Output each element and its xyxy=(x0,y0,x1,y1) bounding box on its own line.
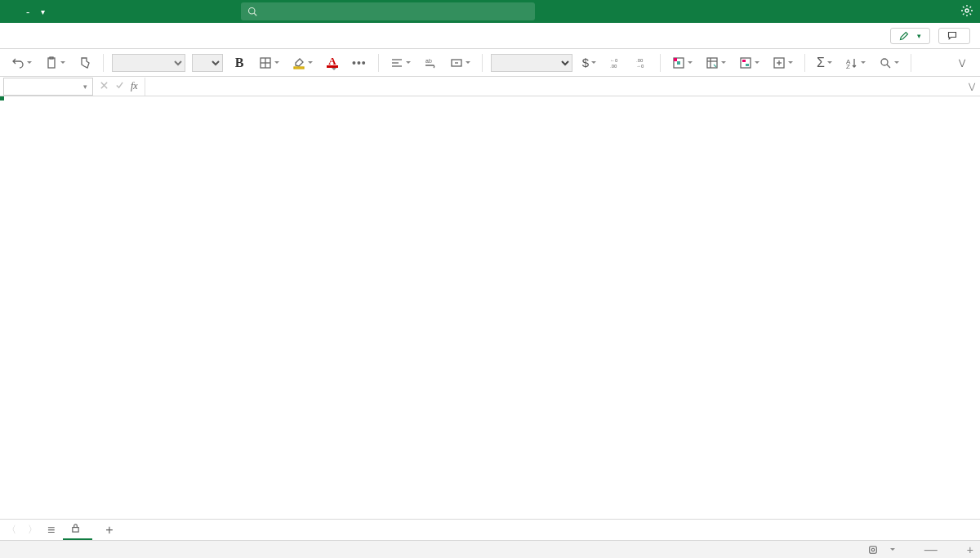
status-bar: — + xyxy=(0,540,980,558)
svg-rect-20 xyxy=(674,58,677,61)
svg-rect-3 xyxy=(48,58,55,68)
svg-rect-8 xyxy=(294,67,304,69)
name-box[interactable]: ▾ xyxy=(3,78,93,96)
undo-button[interactable] xyxy=(8,53,35,73)
expand-formula-bar-button[interactable]: ⋁ xyxy=(964,82,980,91)
svg-rect-27 xyxy=(746,64,749,66)
svg-text:←0: ←0 xyxy=(610,58,618,63)
comment-icon xyxy=(947,31,957,41)
ribbon-collapse-button[interactable]: ⋁ xyxy=(952,53,972,73)
sheet-tabs: 〈 〉 ≡ + xyxy=(0,519,980,540)
zoom-in-button[interactable]: + xyxy=(967,543,973,556)
fill-color-button[interactable] xyxy=(289,53,316,73)
increase-decimal-button[interactable]: ←0.00 xyxy=(606,53,626,73)
font-name-select[interactable] xyxy=(112,54,185,72)
chevron-down-icon: ▾ xyxy=(41,7,45,16)
decrease-decimal-button[interactable]: .00→0 xyxy=(632,53,652,73)
svg-point-33 xyxy=(881,59,888,65)
formula-row: ▾ fx ⋁ xyxy=(0,77,980,96)
format-table-button[interactable] xyxy=(702,53,729,73)
more-font-button[interactable]: ••• xyxy=(349,53,370,73)
number-format-select[interactable] xyxy=(491,54,572,72)
svg-text:ab: ab xyxy=(425,58,432,64)
svg-text:→0: →0 xyxy=(636,64,644,69)
grid-area[interactable] xyxy=(0,96,980,519)
bold-button[interactable]: B xyxy=(229,53,249,73)
addins-status[interactable] xyxy=(868,545,895,555)
svg-line-1 xyxy=(255,13,257,16)
svg-rect-21 xyxy=(677,61,680,65)
search-wrap xyxy=(241,2,535,20)
wrap-text-button[interactable]: ab xyxy=(421,53,440,73)
currency-button[interactable]: $ xyxy=(579,53,599,73)
svg-line-34 xyxy=(887,65,890,68)
chevron-down-icon: ▾ xyxy=(83,83,87,91)
addins-icon xyxy=(868,545,878,555)
svg-point-2 xyxy=(965,9,969,12)
zoom-out-button[interactable]: — xyxy=(924,542,938,557)
lock-icon xyxy=(71,524,80,535)
editing-mode-button[interactable]: ▾ xyxy=(890,28,930,44)
svg-text:.00: .00 xyxy=(636,58,644,63)
svg-rect-25 xyxy=(741,58,751,68)
sheet-tab-data[interactable] xyxy=(63,520,92,540)
borders-button[interactable] xyxy=(256,53,283,73)
search-input[interactable] xyxy=(241,2,535,20)
formula-bar[interactable] xyxy=(145,78,964,96)
sort-filter-button[interactable]: AZ xyxy=(842,53,869,73)
search-icon xyxy=(247,7,257,16)
pencil-icon xyxy=(899,31,909,41)
menu-bar: ▾ xyxy=(0,23,980,49)
align-button[interactable] xyxy=(387,53,414,73)
sheet-nav-next[interactable]: 〉 xyxy=(26,523,39,537)
svg-rect-26 xyxy=(742,60,746,62)
svg-point-0 xyxy=(249,8,256,15)
paste-button[interactable] xyxy=(42,53,69,73)
svg-text:Z: Z xyxy=(846,63,850,69)
title-bar: - ▾ xyxy=(0,0,980,23)
insert-cells-button[interactable] xyxy=(769,53,796,73)
doc-title[interactable]: - ▾ xyxy=(20,6,45,18)
svg-point-39 xyxy=(871,548,874,551)
cell-styles-button[interactable] xyxy=(736,53,763,73)
fx-icon[interactable]: fx xyxy=(131,80,138,92)
svg-rect-37 xyxy=(73,527,78,532)
cond-format-button[interactable] xyxy=(669,53,696,73)
autosum-button[interactable]: Σ xyxy=(813,53,835,73)
svg-text:.00: .00 xyxy=(610,64,617,69)
format-painter-button[interactable] xyxy=(75,53,95,73)
enter-formula-icon[interactable] xyxy=(115,81,124,92)
merge-button[interactable] xyxy=(447,53,474,73)
add-sheet-button[interactable]: + xyxy=(100,523,118,538)
svg-rect-38 xyxy=(870,546,877,553)
cancel-formula-icon[interactable] xyxy=(100,81,109,92)
ribbon: B A ••• ab $ ←0.00 .00→0 Σ AZ ⋁ xyxy=(0,49,980,77)
chevron-down-icon: ▾ xyxy=(917,32,921,40)
font-size-select[interactable] xyxy=(192,54,223,72)
active-cell-outline xyxy=(0,96,3,100)
comments-button[interactable] xyxy=(938,28,970,44)
font-color-button[interactable]: A xyxy=(323,53,342,73)
find-button[interactable] xyxy=(875,53,902,73)
sheet-nav-prev[interactable]: 〈 xyxy=(5,523,18,537)
settings-icon[interactable] xyxy=(960,4,973,20)
all-sheets-button[interactable]: ≡ xyxy=(47,523,55,538)
